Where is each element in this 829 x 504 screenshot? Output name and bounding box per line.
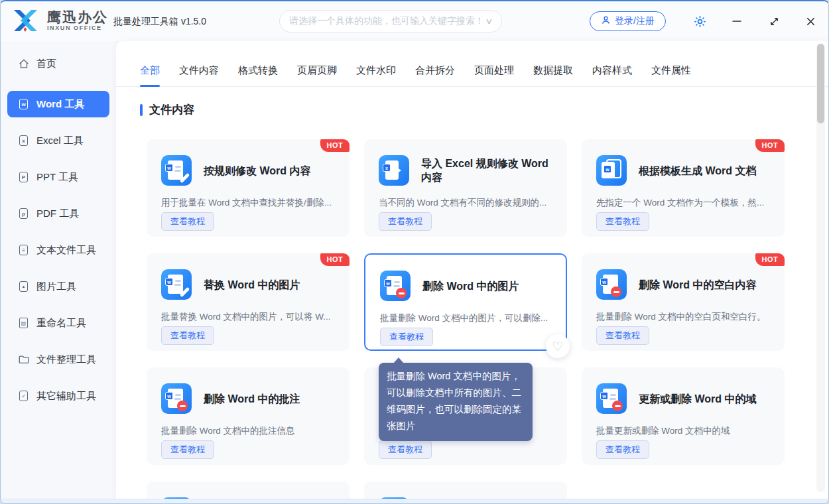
card-title: 更新或删除 Word 中的域: [639, 383, 775, 414]
sidebar-item-label: 文本文件工具: [36, 244, 96, 257]
sidebar-item-label: Word 工具: [36, 98, 84, 111]
sidebar-item-rename-tools[interactable]: ▤ 重命名工具: [1, 314, 116, 332]
sidebar: 首页 w Word 工具 x Excel 工具 P PPT 工具 p PDF 工…: [1, 41, 116, 499]
sidebar-item-ppt-tools[interactable]: P PPT 工具: [1, 168, 116, 186]
chevron-down-icon: ∨: [485, 17, 493, 26]
hot-badge: HOT: [755, 139, 785, 152]
card-title: 删除 Word 中的批注: [204, 383, 340, 414]
tool-card-selected[interactable]: w 删除 Word 中的图片 批量删除 Word 文档中的图片，可以删除... …: [364, 253, 567, 351]
card-description: 先指定一个 Word 文档作为一个模板，然...: [596, 197, 778, 209]
word-field-delete-icon: w: [596, 383, 627, 414]
sidebar-item-home[interactable]: 首页: [1, 54, 116, 73]
card-title: 按规则修改 Word 内容: [204, 155, 340, 186]
section-accent-bar: [140, 104, 143, 116]
section-title: 文件内容: [149, 102, 194, 117]
hot-badge: HOT: [755, 253, 785, 266]
minimize-icon[interactable]: [728, 13, 746, 29]
tab-file-property[interactable]: 文件属性: [651, 64, 691, 77]
word-comment-delete-icon: w: [161, 383, 192, 414]
excel-doc-icon: x: [18, 135, 30, 147]
rename-icon: ▤: [18, 317, 30, 329]
sidebar-item-label: 图片工具: [36, 281, 76, 293]
tool-card-grid: HOT w 按规则修改 Word 内容 用于批量在 Word 文档中查找并替换/…: [147, 139, 785, 499]
view-tutorial-button[interactable]: 查看教程: [161, 212, 214, 231]
excel-import-icon: x: [379, 155, 409, 186]
tool-card[interactable]: HOT w 按规则修改 Word 内容 用于批量在 Word 文档中查找并替换/…: [147, 139, 350, 237]
sidebar-item-label: 其它辅助工具: [36, 390, 96, 403]
tab-watermark[interactable]: 文件水印: [356, 64, 396, 77]
category-tabs: 全部 文件内容 格式转换 页眉页脚 文件水印 合并拆分 页面处理 数据提取 内容…: [116, 41, 828, 87]
tool-card[interactable]: w 更新或删除 Word 中的域 批量更新或删除 Word 文档中的域 查看教程: [582, 367, 785, 465]
scrollbar-thumb[interactable]: [817, 44, 824, 123]
login-register-button[interactable]: 登录/注册: [590, 11, 666, 31]
card-title: 替换 Word 中的图片: [204, 269, 340, 300]
sidebar-item-pdf-tools[interactable]: p PDF 工具: [1, 204, 116, 223]
tool-card-partial[interactable]: [364, 481, 567, 499]
view-tutorial-button[interactable]: 查看教程: [380, 328, 433, 346]
card-title: 根据模板生成 Word 文档: [639, 155, 775, 186]
tab-all[interactable]: 全部: [140, 64, 160, 77]
app-window: 鹰迅办公 INXUN OFFICE 批量处理工具箱 v1.5.0 请选择一个具体…: [0, 0, 829, 504]
tab-header-footer[interactable]: 页眉页脚: [297, 64, 337, 77]
tool-card[interactable]: HOT w 替换 Word 中的图片 批量替换 Word 文档中的图片，可以将 …: [147, 253, 350, 351]
card-description: 批量更新或删除 Word 文档中的域: [596, 425, 778, 437]
sidebar-item-misc-tools[interactable]: ✓ 其它辅助工具: [1, 387, 116, 405]
view-tutorial-button[interactable]: 查看教程: [596, 326, 649, 345]
window-bottom-edge: [1, 499, 828, 503]
tab-format-convert[interactable]: 格式转换: [238, 64, 278, 77]
tool-card-partial[interactable]: [147, 481, 350, 499]
home-icon: [18, 58, 30, 70]
view-tutorial-button[interactable]: 查看教程: [161, 440, 214, 459]
word-blank-delete-icon: w: [596, 269, 627, 300]
tab-page-process[interactable]: 页面处理: [474, 64, 514, 77]
sidebar-item-excel-tools[interactable]: x Excel 工具: [1, 131, 116, 150]
card-title: 删除 Word 中的空白内容: [639, 269, 775, 300]
topbar: 鹰迅办公 INXUN OFFICE 批量处理工具箱 v1.5.0 请选择一个具体…: [1, 1, 828, 41]
close-icon[interactable]: [801, 13, 820, 29]
sidebar-item-file-organize-tools[interactable]: 文件整理工具: [1, 350, 116, 369]
folder-icon: [18, 353, 30, 365]
tool-card[interactable]: HOT w 删除 Word 中的空白内容 批量删除 Word 文档中的空白页和空…: [582, 253, 785, 351]
sidebar-item-image-tools[interactable]: ▲ 图片工具: [1, 277, 116, 296]
view-tutorial-button[interactable]: 查看教程: [379, 212, 432, 231]
favorite-button[interactable]: ♡: [546, 334, 570, 358]
sidebar-item-text-file-tools[interactable]: ≡ 文本文件工具: [1, 241, 116, 259]
tool-card[interactable]: x 导入 Excel 规则修改 Word 内容 当不同的 Word 文档有不同的…: [364, 139, 567, 237]
login-register-label: 登录/注册: [615, 15, 655, 27]
vertical-scrollbar[interactable]: [816, 43, 825, 492]
tab-content-style[interactable]: 内容样式: [592, 64, 632, 77]
sidebar-item-label: PPT 工具: [36, 171, 78, 184]
image-doc-icon: ▲: [18, 281, 30, 292]
heart-icon: ♡: [552, 340, 563, 353]
view-tutorial-button[interactable]: 查看教程: [379, 440, 432, 459]
hot-badge: HOT: [320, 253, 350, 266]
tab-file-content[interactable]: 文件内容: [179, 64, 219, 77]
card-description: 用于批量在 Word 文档中查找并替换/删除...: [161, 197, 343, 209]
card-title: 导入 Excel 规则修改 Word 内容: [421, 155, 558, 186]
resize-icon[interactable]: [765, 13, 783, 29]
sidebar-item-word-tools[interactable]: w Word 工具: [7, 91, 109, 117]
hot-badge: HOT: [320, 139, 350, 152]
card-title: 删除 Word 中的图片: [422, 271, 556, 301]
card-description: 当不同的 Word 文档有不同的修改规则的...: [379, 197, 560, 209]
brand-name-cn: 鹰迅办公: [47, 10, 108, 25]
sidebar-item-label: 首页: [36, 58, 56, 70]
word-template-icon: w: [596, 155, 627, 186]
brand-text: 鹰迅办公 INXUN OFFICE: [47, 10, 108, 31]
tool-card[interactable]: HOT w 根据模板生成 Word 文档 先指定一个 Word 文档作为一个模板…: [582, 139, 785, 237]
user-icon: [601, 15, 611, 27]
card-description: 批量删除 Word 文档中的空白页和空白行。: [596, 311, 778, 323]
card-description: 批量删除 Word 文档中的批注信息: [161, 425, 343, 437]
brand-logo-icon: [11, 7, 42, 34]
sidebar-item-label: 文件整理工具: [36, 353, 96, 366]
view-tutorial-button[interactable]: 查看教程: [161, 326, 214, 345]
tab-data-extract[interactable]: 数据提取: [533, 64, 573, 77]
word-image-delete-icon: w: [380, 271, 411, 301]
settings-gear-icon[interactable]: [690, 13, 709, 29]
tab-merge-split[interactable]: 合并拆分: [415, 64, 455, 77]
view-tutorial-button[interactable]: 查看教程: [596, 440, 649, 459]
tool-card[interactable]: w 删除 Word 中的批注 批量删除 Word 文档中的批注信息 查看教程: [147, 367, 350, 465]
function-search-select[interactable]: 请选择一个具体的功能，也可输入关键字搜索！ ∨: [279, 10, 502, 32]
sidebar-item-label: Excel 工具: [36, 135, 84, 147]
view-tutorial-button[interactable]: 查看教程: [596, 212, 649, 231]
